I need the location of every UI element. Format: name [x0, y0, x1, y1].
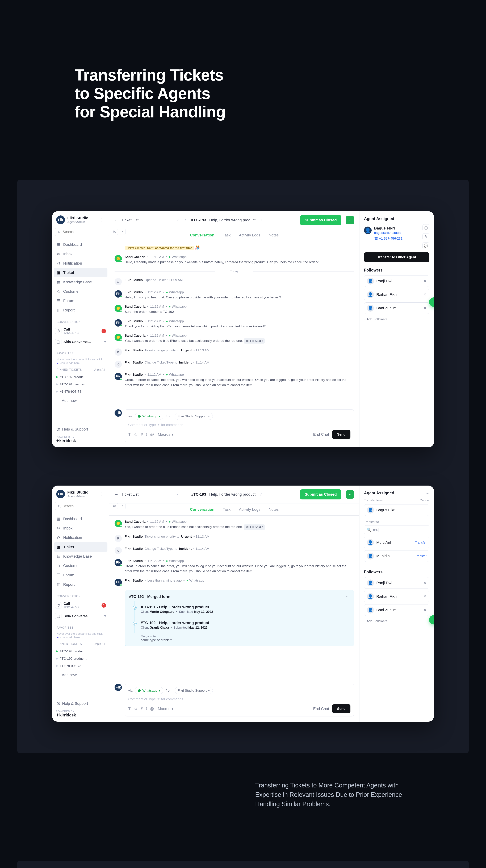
agent-email[interactable]: bagus@fikri.studio — [374, 230, 420, 235]
add-new-pinned[interactable]: ＋ Add new — [52, 395, 109, 406]
mention-tag[interactable]: @Fikri Studio — [244, 524, 265, 530]
search-input[interactable] — [55, 502, 109, 510]
mention-tag[interactable]: @Fikri Studio — [244, 338, 265, 344]
sidebar-item-knowledge-base[interactable]: ▤Knowledge Base — [54, 552, 107, 561]
remove-follower-icon[interactable]: ✕ — [423, 608, 426, 612]
pinned-ticket[interactable]: #TC-193 produc… — [52, 648, 109, 655]
tab-task[interactable]: Task — [223, 233, 230, 241]
send-button[interactable]: Send — [332, 430, 351, 439]
ticket-list-link[interactable]: Ticket List — [122, 218, 138, 222]
back-arrow-icon[interactable]: ← — [115, 218, 118, 222]
transfer-candidate[interactable]: 👤Mufti ArifTransfer — [364, 537, 429, 548]
conversation-item[interactable]: ▢ Sida Converse… ▾ — [52, 337, 109, 347]
expand-icon[interactable]: ▢ — [422, 224, 429, 231]
pinned-ticket[interactable]: #TC-192 produc… — [52, 655, 109, 662]
conversation-item[interactable]: ✆ Call12120497-B 1 — [52, 600, 109, 611]
sidebar-item-notification[interactable]: ◔Notification — [54, 533, 107, 542]
link-icon[interactable]: 𝄔 — [146, 432, 147, 437]
end-chat-button[interactable]: End Chat — [313, 432, 329, 437]
panel-more-icon[interactable]: ⋯ — [426, 491, 429, 495]
submit-closed-button[interactable]: Submit as Closed — [300, 215, 341, 225]
macros-dropdown[interactable]: Macros ▾ — [158, 707, 173, 711]
sidebar-item-ticket[interactable]: ▣Ticket — [54, 268, 107, 277]
star-icon[interactable]: ☆ — [260, 492, 263, 497]
attachment-icon[interactable]: ⎘ — [141, 432, 143, 437]
tab-task[interactable]: Task — [223, 507, 230, 516]
note-icon[interactable]: ✎ — [422, 233, 429, 240]
transfer-link[interactable]: Transfer — [415, 554, 426, 558]
chat-icon[interactable]: 💬 — [422, 242, 429, 249]
pinned-ticket[interactable]: #TC-192 produc… — [52, 373, 109, 381]
sidebar-item-report[interactable]: ◫Report — [54, 306, 107, 315]
attachment-icon[interactable]: ⎘ — [141, 707, 143, 711]
remove-follower-icon[interactable]: ✕ — [423, 279, 426, 283]
pinned-ticket[interactable]: +1 678-908-78… — [52, 662, 109, 670]
send-button[interactable]: Send — [332, 704, 351, 713]
add-followers[interactable]: + Add Followers — [364, 618, 429, 623]
channel-chip[interactable]: Whatsapp ▾ — [135, 413, 163, 420]
sidebar-item-notification[interactable]: ◔Notification — [54, 259, 107, 268]
transfer-search-input[interactable]: 🔍mu| — [364, 525, 429, 534]
tab-notes[interactable]: Notes — [269, 507, 279, 516]
next-ticket-icon[interactable]: › — [184, 217, 188, 223]
remove-follower-icon[interactable]: ✕ — [423, 306, 426, 310]
workspace-more-icon[interactable]: ⋮ — [99, 216, 105, 223]
card-more-icon[interactable]: ⋯ — [346, 594, 350, 599]
from-chip[interactable]: Fikri Studio Support ▾ — [175, 687, 213, 694]
composer-box[interactable]: via Whatsapp ▾ from Fikri Studio Support… — [125, 684, 354, 716]
tab-notes[interactable]: Notes — [269, 233, 279, 241]
sidebar-item-forum[interactable]: ☰Forum — [54, 296, 107, 306]
sidebar-item-dashboard[interactable]: ▦Dashboard — [54, 240, 107, 249]
remove-follower-icon[interactable]: ✕ — [423, 581, 426, 585]
text-format-icon[interactable]: T — [128, 707, 131, 711]
link-icon[interactable]: 𝄔 — [146, 707, 147, 711]
search-input[interactable] — [55, 227, 109, 236]
transfer-button[interactable]: Transfer to Other Agent — [364, 252, 429, 262]
submit-dropdown-button[interactable] — [346, 216, 354, 224]
tab-conversation[interactable]: Conversation — [190, 233, 215, 241]
submit-dropdown-button[interactable] — [346, 490, 354, 499]
sidebar-item-forum[interactable]: ☰Forum — [54, 570, 107, 580]
pinned-ticket[interactable]: #TC-191 paymen… — [52, 381, 109, 388]
sidebar-item-ticket[interactable]: ▣Ticket — [54, 542, 107, 552]
text-format-icon[interactable]: T — [128, 432, 131, 437]
remove-follower-icon[interactable]: ✕ — [423, 292, 426, 297]
prev-ticket-icon[interactable]: ‹ — [175, 217, 180, 223]
help-support[interactable]: Help & Support — [56, 699, 105, 710]
sidebar-item-dashboard[interactable]: ▦Dashboard — [54, 514, 107, 524]
next-ticket-icon[interactable]: › — [184, 491, 188, 498]
from-chip[interactable]: Fikri Studio Support ▾ — [175, 413, 213, 420]
workspace-header[interactable]: Fik Fikri Studio Agent Admin ⋮ — [52, 486, 109, 502]
mention-icon[interactable]: @ — [150, 707, 154, 711]
tab-activity-logs[interactable]: Activity Logs — [239, 233, 260, 241]
workspace-more-icon[interactable]: ⋮ — [99, 491, 105, 498]
agent-phone[interactable]: ☎ +1 587-456-231 — [364, 237, 420, 241]
submit-closed-button[interactable]: Submit as Closed — [300, 489, 341, 499]
help-support[interactable]: Help & Support — [56, 425, 105, 435]
ticket-list-link[interactable]: Ticket List — [122, 492, 138, 497]
transfer-link[interactable]: Transfer — [415, 541, 426, 545]
conversation-item[interactable]: ✆ Call12120497-B 1 — [52, 325, 109, 337]
channel-chip[interactable]: Whatsapp ▾ — [135, 687, 163, 694]
emoji-icon[interactable]: ☺ — [134, 432, 137, 437]
sidebar-item-knowledge-base[interactable]: ▤Knowledge Base — [54, 277, 107, 287]
tab-conversation[interactable]: Conversation — [190, 507, 215, 516]
remove-follower-icon[interactable]: ✕ — [423, 594, 426, 599]
cancel-transfer[interactable]: Cancel — [420, 499, 429, 502]
pinned-ticket[interactable]: +1 678-908-78… — [52, 388, 109, 395]
transfer-candidate[interactable]: 👤MuhidinTransfer — [364, 550, 429, 562]
sidebar-item-report[interactable]: ◫Report — [54, 580, 107, 589]
add-new-pinned[interactable]: ＋ Add new — [52, 670, 109, 680]
end-chat-button[interactable]: End Chat — [313, 707, 329, 711]
composer-box[interactable]: via Whatsapp ▾ from Fikri Studio Support… — [125, 409, 354, 442]
macros-dropdown[interactable]: Macros ▾ — [158, 432, 173, 437]
emoji-icon[interactable]: ☺ — [134, 707, 137, 711]
back-arrow-icon[interactable]: ← — [115, 492, 118, 497]
unpin-all[interactable]: Unpin All — [94, 643, 105, 646]
panel-more-icon[interactable]: ⋯ — [426, 217, 429, 221]
add-followers[interactable]: + Add Followers — [364, 316, 429, 321]
star-icon[interactable]: ☆ — [260, 218, 263, 222]
tab-activity-logs[interactable]: Activity Logs — [239, 507, 260, 516]
workspace-header[interactable]: Fik Fikri Studio Agent Admin ⋮ — [52, 211, 109, 227]
prev-ticket-icon[interactable]: ‹ — [175, 491, 180, 498]
